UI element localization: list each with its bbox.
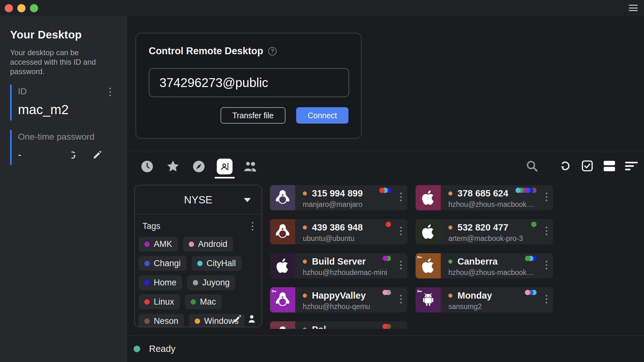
connect-button[interactable]: Connect [296,107,348,124]
refresh-password-icon[interactable] [72,150,82,160]
hamburger-menu-icon[interactable] [629,5,638,11]
device-card[interactable]: Mondaysansumg2 [416,287,553,312]
status-dot [134,346,140,352]
device-menu-kebab-icon[interactable] [546,193,547,201]
device-tag-dots [382,290,391,295]
clock-icon [140,160,154,173]
id-value: mac_m2 [18,102,117,117]
tab-favorites[interactable] [164,157,181,176]
device-card[interactable]: 315 994 899manjaro@manjaro [270,185,407,210]
device-tag-dots [379,188,391,193]
device-tag-dots [382,324,391,329]
device-subtitle: artem@macbook-pro-3 [448,234,534,243]
device-name: 315 994 899 [312,188,363,199]
tag-color-dot [193,280,198,285]
group-icon [243,160,258,173]
tag-color-dot [197,261,203,266]
tag-color-dot [144,318,150,324]
device-tag-dots [382,256,391,261]
linux-platform-icon [270,185,295,210]
compass-icon [192,160,206,173]
id-menu-kebab-icon[interactable] [109,88,111,96]
device-name: Pol [312,324,326,329]
tag-label: Mac [200,297,216,307]
tab-group[interactable] [242,157,259,176]
address-book-dropdown[interactable]: NYSE [135,185,262,214]
tag-chip[interactable]: AMK [139,237,178,252]
tag-chip[interactable]: Home [139,275,182,290]
device-menu-kebab-icon[interactable] [400,227,402,235]
device-menu-kebab-icon[interactable] [546,295,547,303]
device-card[interactable]: Canberrahzhou@zhous-macbook-... [416,253,553,278]
tag-chip[interactable]: Changi [139,256,187,271]
device-subtitle: hzhou@zhous-macbook-... [448,200,534,209]
apple-platform-icon [416,253,441,278]
tab-address-book[interactable] [216,157,233,176]
linux-platform-icon [270,219,295,244]
help-icon[interactable]: ? [268,47,277,55]
your-id-section: ID mac_m2 [10,85,117,120]
device-menu-kebab-icon[interactable] [546,227,547,235]
device-card[interactable]: 532 820 477artem@macbook-pro-3 [416,219,553,244]
device-card[interactable]: HappyValleyhzhou@hzhou-qemu [270,287,407,312]
device-menu-kebab-icon[interactable] [546,261,547,269]
tag-chip[interactable]: Neson [139,314,184,327]
minimize-window-button[interactable] [17,4,26,12]
close-window-button[interactable] [5,4,13,12]
section-divider [127,152,644,152]
tag-label: Android [198,239,227,249]
device-card[interactable]: Build Serverhzhou@hzhoudemac-mini [270,253,407,278]
sidebar-title: Your Desktop [10,28,117,41]
zoom-window-button[interactable] [30,4,38,12]
online-status-dot [303,191,307,196]
password-value: - [18,149,72,161]
tag-color-dot [144,261,150,266]
address-book-panel: NYSE Tags AMKAndroidChangiCityHallHomeJu… [134,185,262,327]
titlebar [0,0,644,16]
search-icon[interactable] [523,157,541,175]
device-card[interactable]: 378 685 624hzhou@zhous-macbook-... [416,185,553,210]
device-name: 439 386 948 [312,222,363,233]
password-label: One-time password [18,132,117,142]
key-icon [271,289,277,294]
tag-color-dot [195,318,200,324]
device-subtitle: sansumg2 [448,302,534,311]
device-tag-dots [386,222,391,227]
device-tag-dots [531,222,537,227]
apple-platform-icon [416,219,441,244]
online-status-dot [303,294,307,298]
tag-label: Changi [154,259,181,268]
tags-menu-kebab-icon[interactable] [252,222,253,231]
apple-platform-icon [270,253,295,278]
connect-card-title: Control Remote Desktop [149,45,263,57]
online-status-dot [303,225,307,230]
refresh-icon[interactable] [556,157,574,175]
tag-label: Juyong [202,278,230,288]
person-icon[interactable] [248,314,256,323]
edit-password-pencil-icon[interactable] [92,150,102,160]
device-card[interactable]: Pol [270,321,407,329]
tag-chip[interactable]: Android [183,237,233,252]
session-tabs [139,157,259,176]
transfer-file-button[interactable]: Transfer file [221,107,285,124]
cards-icon[interactable] [601,157,618,175]
tag-chip[interactable]: CityHall [192,256,242,271]
device-menu-kebab-icon[interactable] [400,261,402,269]
edit-tags-pencil-icon[interactable] [233,314,242,324]
device-menu-kebab-icon[interactable] [400,193,402,201]
tag-chip[interactable]: Linux [139,295,180,309]
remote-id-input[interactable]: 374296273@public [149,68,349,97]
device-tag-dots [525,290,537,295]
tag-chip[interactable]: Juyong [187,275,235,290]
tag-label: AMK [154,239,172,249]
device-card[interactable]: 439 386 948ubuntu@ubuntu [270,219,407,244]
tag-chip[interactable]: Mac [185,295,222,309]
key-icon [417,289,422,294]
device-menu-kebab-icon[interactable] [400,295,402,303]
sidebar-description: Your desktop can be accessed with this I… [10,48,105,76]
checkbox-icon[interactable] [578,157,596,175]
tab-discovered[interactable] [190,157,207,176]
tab-recent-sessions[interactable] [139,157,156,176]
sort-icon[interactable] [623,157,640,175]
status-bar: Ready [134,344,175,354]
